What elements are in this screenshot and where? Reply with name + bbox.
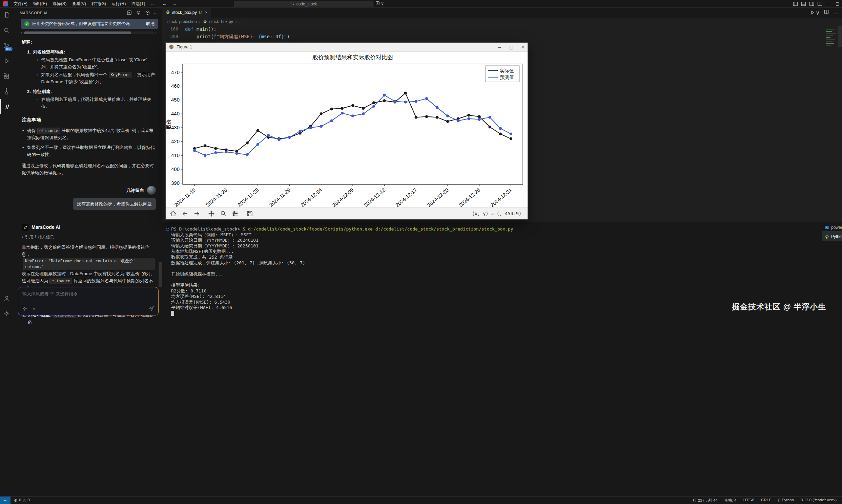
status-item[interactable]: 空格: 4 [724,498,737,503]
svg-text:2024-11-25: 2024-11-25 [237,187,260,208]
scroll-left-icon[interactable]: ‹ [21,31,22,35]
home-button[interactable] [169,210,177,218]
terminal-line [171,266,842,271]
sidebar-scrollbar[interactable] [158,262,161,287]
menu-item[interactable]: 终端(T) [128,1,148,7]
breadcrumb-symbol[interactable]: ... [239,19,243,24]
run-python-button[interactable]: ∨ [810,10,820,16]
skills-star-icon[interactable] [22,306,27,312]
chart-canvas[interactable]: 股价预测结果和实际股价对比图股价390400410420430440450460… [166,52,528,208]
svg-text:2024-11-20: 2024-11-20 [205,187,228,208]
terminal-session-list: powershellPython [822,223,842,241]
terminal-session-Python[interactable]: Python [822,232,842,241]
more-actions-icon[interactable]: … [833,10,839,16]
zoom-button[interactable] [219,210,227,218]
figure-window-title: Figure 1 [176,45,192,50]
terminal-line: 数据预处理完成，训练集大小: (201, 7)，测试集大小: (50, 7) [171,260,842,266]
menu-item[interactable]: 编辑(E) [30,1,50,7]
status-item[interactable]: 行 237，列 44 [693,498,718,503]
toggle-sidebar-icon[interactable] [793,1,798,6]
menu-item[interactable]: 运行(R) [109,1,128,7]
status-item[interactable]: CRLF [761,498,771,503]
back-button[interactable] [181,210,189,218]
send-icon[interactable] [149,306,154,313]
tab-stock-box-py[interactable]: stock_box.py U × [162,8,211,18]
breadcrumb[interactable]: stock_prediction › stock_box.py › ... [162,18,842,25]
more-actions-icon[interactable]: … [154,10,158,16]
chevron-right-icon: › [22,234,23,240]
terminal-session-powershell[interactable]: powershell [822,223,842,232]
chat-settings-gear-icon[interactable] [136,10,141,16]
nav-back-icon[interactable]: ← [162,1,167,6]
svg-text:2024-11-15: 2024-11-15 [173,187,196,208]
marscode-logo-icon [22,224,29,231]
configure-subplots-button[interactable] [231,210,239,218]
status-item[interactable]: {} Python [778,498,794,503]
list-title: 特征创建: [33,88,52,95]
settings-gear-icon[interactable] [0,306,14,321]
figure-window[interactable]: Figure 1 ─ ▢ × 股价预测结果和实际股价对比图股价390400410… [165,42,528,220]
marscode-icon[interactable] [0,99,14,114]
new-chat-icon[interactable] [127,10,132,16]
account-icon[interactable] [0,290,14,306]
search-icon[interactable] [0,23,14,38]
toggle-secondary-sidebar-icon[interactable] [809,1,814,6]
status-item[interactable]: UTF-8 [743,498,755,503]
breadcrumb-file[interactable]: stock_box.py [209,19,233,24]
source-control-icon[interactable]: 863 [0,38,14,53]
breadcrumb-folder[interactable]: stock_prediction [167,19,197,24]
figure-title-bar[interactable]: Figure 1 ─ ▢ × [166,43,528,52]
remote-indicator[interactable]: >< [0,497,11,504]
toggle-panel-icon[interactable] [801,1,806,6]
subitem-text: 代码首先检查 DataFrame 中是否包含 'close' 或 'Close'… [41,56,156,70]
code-line[interactable]: 209 print(f"均方误差(MSE): {mse:.4f}") [162,33,842,40]
user-avatar[interactable] [147,186,156,195]
status-item[interactable]: 3.12.0 ('fcode': venv) [801,498,837,503]
code-text: print(f"均方误差(MSE): {mse:.4f}") [185,33,290,40]
assistant-paragraph: 非常抱歉，我之前的回答没有解决您的问题。根据您提供的报错信息，KeyError:… [22,244,156,291]
context-hash-icon[interactable]: # [33,307,35,312]
figure-maximize-button[interactable]: ▢ [509,45,513,50]
chat-input[interactable]: 输入消息或者 "/" 来选择指令 # [18,287,158,315]
forward-button[interactable] [193,210,201,218]
menu-item[interactable]: 查看(V) [69,1,89,7]
command-center-search[interactable]: code_stock [234,1,373,7]
menu-item[interactable]: 文件(F) [11,1,30,7]
menu-item[interactable]: 转到(G) [89,1,109,7]
cancel-button[interactable]: 取消 [146,21,155,27]
scroll-right-icon[interactable]: › [156,31,157,35]
run-debug-icon[interactable] [0,53,14,68]
svg-text:预测值: 预测值 [500,74,514,80]
pan-button[interactable] [207,210,216,218]
scrollbar-track[interactable] [23,32,154,34]
reference-toggle[interactable]: › 引用 1 相关信息 [22,234,156,240]
launch-profile-button[interactable]: ∨ [375,1,384,6]
svg-text:440: 440 [171,111,179,116]
menu-item[interactable]: 选择(S) [50,1,69,7]
problems-indicator[interactable]: ⊘ 0 △ 0 [11,498,33,503]
menu-item[interactable]: … [148,1,158,6]
minimize-button[interactable]: ─ [825,1,831,6]
figure-close-button[interactable]: × [521,45,524,50]
figure-minimize-button[interactable]: ─ [498,45,501,50]
app-logo-icon[interactable] [3,1,8,6]
history-icon[interactable] [145,10,150,16]
svg-text:460: 460 [171,83,179,89]
nav-forward-icon[interactable]: → [172,1,177,6]
extensions-icon[interactable] [0,68,14,84]
explorer-icon[interactable] [0,7,14,23]
editor-scrollbar[interactable] [838,26,842,47]
bullet-marker: • [22,127,24,134]
minimap[interactable] [826,29,837,47]
close-tab-icon[interactable]: × [205,10,207,15]
svg-text:股价预测结果和实际股价对比图: 股价预测结果和实际股价对比图 [312,54,393,60]
chat-history[interactable]: 解释: 1. 列名检查与转换: ◦ 代码首先检查 DataFrame 中是否包含… [14,35,162,326]
customize-layout-icon[interactable] [817,1,822,6]
banner-horizontal-scrollbar[interactable]: ‹ › [21,31,157,35]
code-line[interactable]: 168def main(): [162,25,842,33]
restore-button[interactable]: ▢ [834,1,841,6]
scrollbar-thumb[interactable] [24,32,131,34]
testing-icon[interactable] [0,84,14,99]
save-button[interactable] [246,210,254,218]
split-editor-icon[interactable] [824,10,829,16]
